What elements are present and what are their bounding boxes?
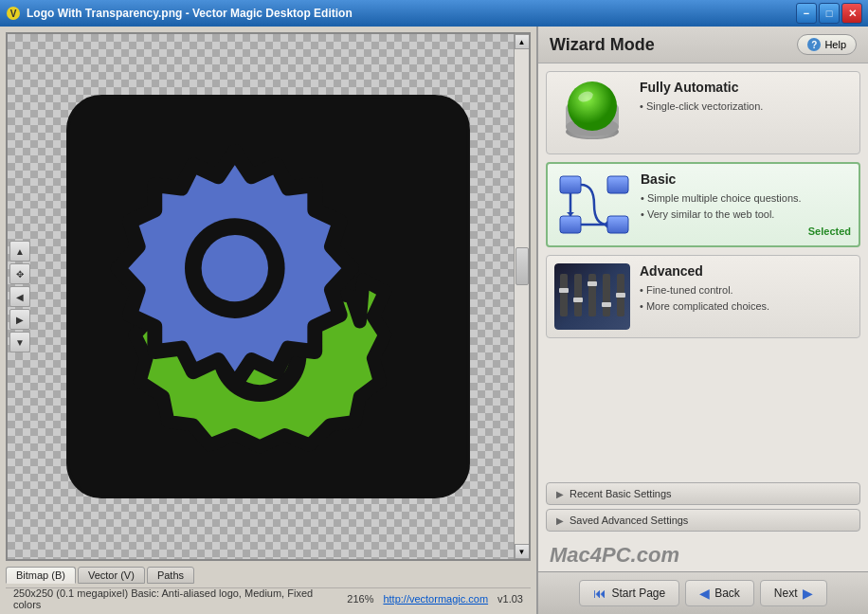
minimize-button[interactable]: −: [796, 3, 817, 24]
back-button[interactable]: ◀ Back: [685, 580, 754, 606]
advanced-info: Advanced Fine-tuned control. More compli…: [640, 263, 852, 314]
fully-automatic-desc: Single-click vectorization.: [640, 99, 852, 115]
help-button[interactable]: ? Help: [797, 34, 857, 55]
window-title: Logo With Transparency.png - Vector Magi…: [27, 7, 353, 20]
app-icon: V: [6, 6, 21, 21]
basic-desc: Simple multiple choice questions. Very s…: [641, 190, 851, 222]
tab-paths[interactable]: Paths: [147, 567, 194, 584]
status-bar: 250x250 (0.1 megapixel) Basic: Anti-alia…: [6, 587, 531, 608]
scroll-left-button[interactable]: ◀: [9, 286, 30, 307]
wizard-header: Wizard Mode ? Help: [538, 27, 868, 63]
tab-bitmap[interactable]: Bitmap (B): [6, 567, 76, 584]
mode-fully-automatic[interactable]: Fully Automatic Single-click vectorizati…: [546, 71, 860, 154]
left-panel: ▲ ✥ ◀ ▶ ▼ ▲ ▼ Bitmap (B) Vector (V): [0, 27, 536, 614]
svg-rect-16: [607, 216, 628, 233]
basic-icon: [555, 172, 631, 238]
nav-footer: ⏮ Start Page ◀ Back Next ▶: [538, 571, 868, 614]
advanced-desc: Fine-tuned control. More complicated cho…: [640, 282, 852, 314]
arrow-icon-2: ▶: [556, 515, 564, 526]
fully-automatic-info: Fully Automatic Single-click vectorizati…: [640, 80, 852, 115]
start-icon: ⏮: [593, 586, 606, 601]
move-button[interactable]: ✥: [9, 263, 30, 284]
svg-text:V: V: [10, 9, 17, 19]
wizard-content: Fully Automatic Single-click vectorizati…: [538, 63, 868, 482]
mixer-sliders: [554, 263, 630, 330]
view-tabs: Bitmap (B) Vector (V) Paths: [6, 567, 531, 584]
watermark: Mac4PC.com: [538, 539, 868, 571]
scroll-right-button[interactable]: ▶: [9, 309, 30, 330]
svg-marker-17: [604, 221, 607, 228]
title-bar-left: V Logo With Transparency.png - Vector Ma…: [6, 6, 353, 21]
vertical-scrollbar[interactable]: ▲ ▼: [514, 34, 529, 559]
svg-rect-15: [560, 216, 581, 233]
advanced-icon: [554, 263, 630, 330]
selected-label: Selected: [641, 226, 851, 237]
canvas-area[interactable]: ▲ ✥ ◀ ▶ ▼ ▲ ▼: [6, 32, 531, 561]
scroll-down-track-button[interactable]: ▼: [515, 544, 530, 559]
scroll-thumb[interactable]: [515, 247, 529, 285]
svg-marker-18: [567, 212, 574, 216]
zoom-level: 216%: [347, 593, 373, 605]
next-icon: ▶: [803, 586, 813, 601]
scroll-down-button[interactable]: ▼: [9, 332, 30, 352]
logo-image: [60, 88, 477, 505]
arrow-icon: ▶: [556, 489, 564, 499]
svg-rect-13: [560, 176, 581, 193]
fully-automatic-icon: [554, 80, 630, 146]
fully-automatic-title: Fully Automatic: [640, 80, 852, 95]
title-bar-buttons: − □ ✕: [796, 3, 862, 24]
wizard-title: Wizard Mode: [550, 35, 655, 55]
version-label: v1.03: [497, 593, 523, 605]
settings-section: ▶ Recent Basic Settings ▶ Saved Advanced…: [538, 482, 868, 539]
svg-point-6: [202, 235, 268, 301]
status-right: 216% http://vectormagic.com v1.03: [347, 593, 523, 605]
website-link[interactable]: http://vectormagic.com: [383, 593, 488, 605]
mode-advanced[interactable]: Advanced Fine-tuned control. More compli…: [546, 255, 860, 338]
basic-title: Basic: [641, 172, 851, 187]
help-icon: ?: [807, 38, 821, 51]
advanced-title: Advanced: [640, 263, 852, 279]
navigation-arrows: ▲ ✥ ◀ ▶ ▼: [9, 241, 30, 352]
scroll-track[interactable]: [515, 49, 529, 544]
mode-basic[interactable]: Basic Simple multiple choice questions. …: [546, 162, 860, 247]
main-window: ▲ ✥ ◀ ▶ ▼ ▲ ▼ Bitmap (B) Vector (V): [0, 27, 868, 614]
svg-point-11: [568, 81, 617, 131]
tab-vector[interactable]: Vector (V): [78, 567, 145, 584]
basic-info: Basic Simple multiple choice questions. …: [641, 172, 851, 237]
svg-rect-14: [607, 176, 628, 193]
mixer-image: [554, 263, 630, 330]
title-bar: V Logo With Transparency.png - Vector Ma…: [0, 0, 868, 27]
saved-advanced-settings-button[interactable]: ▶ Saved Advanced Settings: [546, 509, 860, 532]
start-page-button[interactable]: ⏮ Start Page: [579, 580, 679, 606]
back-icon: ◀: [699, 586, 710, 601]
maximize-button[interactable]: □: [819, 3, 840, 24]
scroll-up-track-button[interactable]: ▲: [515, 34, 530, 49]
scroll-up-button[interactable]: ▲: [9, 241, 30, 262]
status-info: 250x250 (0.1 megapixel) Basic: Anti-alia…: [13, 587, 337, 610]
close-button[interactable]: ✕: [841, 3, 862, 24]
right-panel: Wizard Mode ? Help: [536, 27, 868, 614]
next-button[interactable]: Next ▶: [760, 580, 827, 606]
recent-basic-settings-button[interactable]: ▶ Recent Basic Settings: [546, 482, 860, 505]
